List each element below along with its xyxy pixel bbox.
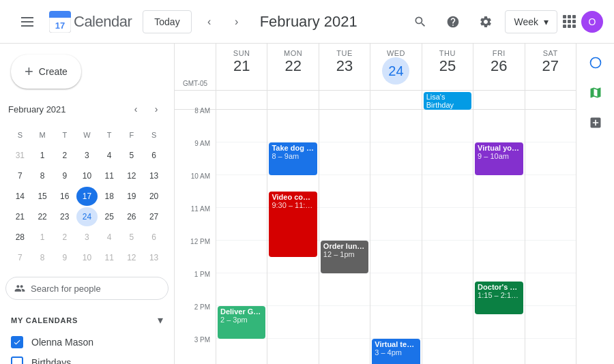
mini-day-cell[interactable]: 6 — [143, 228, 164, 247]
create-button[interactable]: + Create — [11, 55, 81, 89]
day-col-header[interactable]: SUN21 — [216, 44, 267, 90]
mini-day-cell[interactable]: 4 — [99, 146, 120, 165]
help-button[interactable] — [439, 8, 467, 35]
mini-day-cell[interactable]: 14 — [10, 187, 31, 206]
day-col-header[interactable]: SAT27 — [525, 44, 576, 90]
time-slot-label: 9 AM — [175, 138, 216, 171]
mini-day-cell[interactable]: 25 — [99, 207, 120, 226]
main-layout: + Create February 2021 ‹ › SMTWTFS 31123… — [0, 44, 614, 364]
search-people[interactable]: Search for people — [5, 277, 169, 300]
settings-button[interactable] — [472, 8, 499, 35]
day-col-header[interactable]: WED24 — [370, 44, 421, 90]
gmt-label: GMT-05 — [175, 44, 216, 90]
hour-cell — [370, 208, 421, 241]
day-col-header[interactable]: FRI26 — [473, 44, 524, 90]
allday-event[interactable]: Lisa's Birthday — [424, 92, 471, 110]
prev-arrow[interactable]: ‹ — [197, 10, 222, 34]
day-number-label: 25 — [425, 57, 470, 75]
mini-day-cell[interactable]: 13 — [143, 248, 164, 267]
mini-day-cell[interactable]: 10 — [76, 248, 98, 267]
search-button[interactable] — [407, 8, 434, 35]
mini-day-cell[interactable]: 5 — [121, 228, 143, 247]
event-time: 12 – 1pm — [323, 250, 366, 258]
event-block[interactable]: Take dog to the vet8 – 9am — [269, 142, 317, 175]
day-col-header[interactable]: MON22 — [267, 44, 318, 90]
apps-grid-icon[interactable] — [563, 15, 576, 28]
hour-cell — [216, 273, 267, 306]
mini-day-cell[interactable]: 27 — [143, 207, 164, 226]
hour-cell — [422, 142, 473, 175]
event-block[interactable]: Virtual team me...3 – 4pm — [372, 339, 420, 364]
mini-day-cell[interactable]: 6 — [143, 146, 164, 165]
day-number-label: 24 — [382, 57, 409, 85]
mini-day-cell[interactable]: 17 — [76, 187, 98, 206]
mini-day-cell[interactable]: 8 — [32, 166, 53, 185]
mini-day-cell[interactable]: 23 — [54, 207, 75, 226]
event-block[interactable]: Doctor's appoint...1:15 – 2:15pm — [475, 282, 523, 314]
mini-day-cell[interactable]: 9 — [54, 166, 75, 185]
today-button[interactable]: Today — [143, 10, 191, 33]
mini-day-cell[interactable]: 3 — [76, 228, 98, 247]
my-calendars-section-header[interactable]: My calendars ▾ — [0, 308, 174, 332]
hamburger-menu[interactable] — [11, 5, 44, 38]
mini-day-cell[interactable]: 2 — [54, 228, 75, 247]
mini-day-cell[interactable]: 7 — [10, 166, 31, 185]
mini-next-arrow[interactable]: › — [147, 100, 166, 119]
hour-cell — [319, 273, 370, 306]
mini-day-cell[interactable]: 18 — [99, 187, 120, 206]
mini-day-cell[interactable]: 1 — [32, 146, 53, 165]
app-logo[interactable]: 17 Calendar — [49, 11, 132, 33]
event-block[interactable]: Deliver Grace's d...2 – 3pm — [218, 306, 265, 339]
cal-item[interactable]: Olenna Mason — [0, 332, 174, 352]
mini-day-cell[interactable]: 2 — [54, 146, 75, 165]
mini-day-cell[interactable]: 22 — [32, 207, 53, 226]
mini-day-cell[interactable]: 24 — [76, 207, 98, 226]
mini-day-cell[interactable]: 11 — [99, 248, 120, 267]
event-block[interactable]: Video conference9:30 – 11:30am — [269, 192, 317, 257]
mini-day-cell[interactable]: 31 — [10, 146, 31, 165]
mini-day-cell[interactable]: 28 — [10, 228, 31, 247]
right-sidebar-icon-1[interactable] — [582, 49, 609, 76]
mini-day-cell[interactable]: 8 — [32, 248, 53, 267]
mini-cal-grid: SMTWTFS 31123456789101112131415161718192… — [8, 124, 166, 269]
mini-day-cell[interactable]: 5 — [121, 146, 143, 165]
event-block[interactable]: Order lunch for office12 – 1pm — [321, 241, 368, 273]
day-name-label: SAT — [528, 49, 573, 57]
mini-day-cell[interactable]: 15 — [32, 187, 53, 206]
mini-day-cell[interactable]: 21 — [10, 207, 31, 226]
cal-item[interactable]: Birthdays — [0, 352, 174, 364]
hour-cell — [422, 110, 473, 142]
day-col-header[interactable]: THU25 — [422, 44, 473, 90]
allday-cell — [525, 91, 576, 109]
avatar[interactable]: O — [581, 11, 603, 33]
hour-cell — [473, 241, 524, 273]
event-title: Deliver Grace's d... — [220, 307, 263, 316]
event-block[interactable]: Virtual yoga class9 – 10am — [475, 142, 523, 175]
mini-day-cell[interactable]: 13 — [143, 166, 164, 185]
mini-day-cell[interactable]: 4 — [99, 228, 120, 247]
hour-cell — [216, 142, 267, 175]
mini-prev-arrow[interactable]: ‹ — [126, 100, 145, 119]
hour-cell — [473, 110, 524, 142]
mini-day-cell[interactable]: 1 — [32, 228, 53, 247]
mini-day-cell[interactable]: 3 — [76, 146, 98, 165]
mini-day-cell[interactable]: 12 — [121, 248, 143, 267]
mini-day-cell[interactable]: 19 — [121, 187, 143, 206]
search-people-placeholder: Search for people — [31, 284, 101, 294]
day-col-header[interactable]: TUE23 — [319, 44, 370, 90]
next-arrow[interactable]: › — [224, 10, 249, 34]
mini-day-cell[interactable]: 12 — [121, 166, 143, 185]
hour-cell — [370, 306, 421, 339]
mini-day-cell[interactable]: 9 — [54, 248, 75, 267]
right-sidebar-icon-2[interactable] — [582, 79, 609, 106]
mini-day-cell[interactable]: 10 — [76, 166, 98, 185]
mini-day-cell[interactable]: 20 — [143, 187, 164, 206]
mini-day-cell[interactable]: 26 — [121, 207, 143, 226]
mini-day-cell[interactable]: 16 — [54, 187, 75, 206]
mini-day-cell[interactable]: 7 — [10, 248, 31, 267]
mini-day-cell[interactable]: 11 — [99, 166, 120, 185]
right-sidebar-add-icon[interactable] — [582, 109, 609, 136]
day-name-label: SUN — [219, 49, 264, 57]
week-selector[interactable]: Week ▾ — [505, 10, 557, 33]
create-label: Create — [39, 66, 68, 77]
